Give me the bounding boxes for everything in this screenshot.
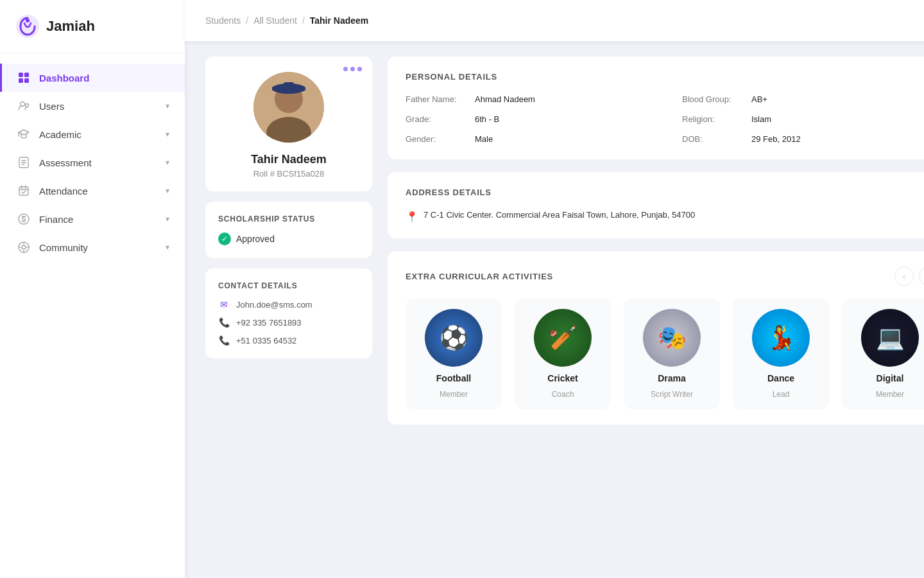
logo-icon <box>15 14 40 39</box>
activities-prev-button[interactable]: ‹ <box>894 267 914 286</box>
map-pin-icon: 📍 <box>406 211 418 223</box>
dob-label: DOB: <box>682 134 746 144</box>
sidebar-item-attendance-label: Attendance <box>39 186 88 197</box>
activity-image: 🎭 <box>643 309 701 367</box>
svg-point-7 <box>26 104 29 107</box>
main-content: Students / All Student / Tahir Nadeem <box>185 0 924 578</box>
breadcrumb-root[interactable]: Students <box>205 15 241 26</box>
activity-card: 🏏 Cricket Coach <box>515 299 611 409</box>
dob-row: DOB: 29 Feb, 2012 <box>682 134 924 144</box>
dob-value: 29 Feb, 2012 <box>751 134 801 144</box>
activity-card: 💻 Digital Member <box>842 299 924 409</box>
profile-roll: Roll # BCSf15a028 <box>253 169 325 179</box>
address-row: 📍 7 C-1 Civic Center. Commercial Area Fa… <box>406 210 924 223</box>
religion-value: Islam <box>751 114 771 124</box>
gender-row: Gender: Male <box>406 134 662 144</box>
svg-rect-9 <box>19 187 28 195</box>
religion-row: Religion: Islam <box>682 114 924 124</box>
profile-name: Tahir Nadeem <box>251 153 327 166</box>
blood-group-label: Blood Group: <box>682 94 746 104</box>
approved-icon: ✓ <box>218 232 231 245</box>
sidebar-item-community-label: Community <box>39 242 88 253</box>
phone2-icon: 📞 <box>218 335 230 346</box>
scholarship-card: SCHOLARSHIP STATUS ✓ Approved <box>205 202 372 258</box>
gender-label: Gender: <box>406 134 470 144</box>
scholarship-status: ✓ Approved <box>218 232 359 245</box>
left-column: Tahir Nadeem Roll # BCSf15a028 SCHOLARSH… <box>205 57 372 563</box>
contact-phone1-item: 📞 +92 335 7651893 <box>218 317 359 328</box>
chevron-down-icon: ▾ <box>166 158 169 167</box>
activities-title: EXTRA CURRICULAR ACTIVITIES <box>406 272 553 281</box>
sidebar-item-academic-label: Academic <box>39 129 81 140</box>
svg-rect-21 <box>284 82 294 89</box>
contact-card: CONTACT DETAILS ✉ John.doe@sms.com 📞 +92… <box>205 268 372 358</box>
address-details-section: ADDRESS DETAILS 📍 7 C-1 Civic Center. Co… <box>388 172 924 238</box>
page-content: Tahir Nadeem Roll # BCSf15a028 SCHOLARSH… <box>185 41 924 578</box>
contact-email-item: ✉ John.doe@sms.com <box>218 299 359 310</box>
dashboard-icon <box>17 71 30 84</box>
sidebar-navigation: Dashboard Users ▾ Academic ▾ <box>0 53 185 578</box>
activity-name: Football <box>436 373 471 383</box>
personal-details-section: PERSONAL DETAILS Father Name: Ahmad Nade… <box>388 57 924 159</box>
grade-label: Grade: <box>406 114 470 124</box>
activity-role: Coach <box>552 390 574 399</box>
blood-group-value: AB+ <box>751 94 767 104</box>
academic-icon <box>17 128 30 141</box>
father-name-value: Ahmad Nadeem <box>475 94 535 104</box>
sidebar: Jamiah Dashboard Users ▾ <box>0 0 185 578</box>
svg-rect-3 <box>24 73 29 77</box>
activity-role: Lead <box>773 390 790 399</box>
breadcrumb-current: Tahir Nadeem <box>310 15 369 26</box>
contact-phone2: +51 0335 64532 <box>236 336 296 346</box>
activity-role: Member <box>440 390 468 399</box>
profile-avatar <box>253 72 324 143</box>
breadcrumb-parent[interactable]: All Student <box>253 15 297 26</box>
chevron-down-icon: ▾ <box>166 243 169 252</box>
address-details-title: ADDRESS DETAILS <box>406 188 924 197</box>
sidebar-item-attendance[interactable]: Attendance ▾ <box>0 177 185 205</box>
activity-image: ⚽ <box>425 309 483 367</box>
personal-details-grid: Father Name: Ahmad Nadeem Blood Group: A… <box>406 94 924 144</box>
profile-card: Tahir Nadeem Roll # BCSf15a028 <box>205 57 372 191</box>
phone-icon: 📞 <box>218 317 230 328</box>
contact-phone2-item: 📞 +51 0335 64532 <box>218 335 359 346</box>
community-icon <box>17 241 30 254</box>
contact-section-title: CONTACT DETAILS <box>218 281 359 290</box>
chevron-down-icon: ▾ <box>166 130 169 139</box>
sidebar-item-assessment[interactable]: Assessment ▾ <box>0 148 185 177</box>
finance-icon <box>17 213 30 225</box>
grade-row: Grade: 6th - B <box>406 114 662 124</box>
sidebar-item-dashboard-label: Dashboard <box>39 73 89 83</box>
blood-group-row: Blood Group: AB+ <box>682 94 924 104</box>
chevron-down-icon: ▾ <box>166 215 169 223</box>
sidebar-item-finance[interactable]: Finance ▾ <box>0 205 185 233</box>
personal-details-title: PERSONAL DETAILS <box>406 72 924 82</box>
breadcrumb-sep2: / <box>302 15 305 26</box>
activity-name: Cricket <box>547 373 578 383</box>
sidebar-item-dashboard[interactable]: Dashboard <box>0 64 185 92</box>
address-text: 7 C-1 Civic Center. Commercial Area Fais… <box>424 210 695 220</box>
more-options-button[interactable] <box>343 67 362 71</box>
svg-rect-2 <box>19 73 23 77</box>
activity-name: Drama <box>658 373 686 383</box>
sidebar-item-assessment-label: Assessment <box>39 157 92 168</box>
contact-phone1: +92 335 7651893 <box>236 318 302 328</box>
activity-image: 💻 <box>861 309 919 367</box>
activity-image: 💃 <box>752 309 810 367</box>
activities-list: ⚽ Football Member 🏏 Cricket Coach 🎭 Dram… <box>406 299 924 409</box>
sidebar-item-academic[interactable]: Academic ▾ <box>0 120 185 148</box>
activity-card: 💃 Dance Lead <box>733 299 829 409</box>
activity-role: Member <box>876 390 904 399</box>
sidebar-item-users[interactable]: Users ▾ <box>0 92 185 120</box>
activity-name: Dance <box>767 373 794 383</box>
father-name-row: Father Name: Ahmad Nadeem <box>406 94 662 104</box>
activity-name: Digital <box>877 373 904 383</box>
sidebar-item-community[interactable]: Community ▾ <box>0 233 185 261</box>
svg-rect-5 <box>24 78 29 83</box>
religion-label: Religion: <box>682 114 746 124</box>
father-name-label: Father Name: <box>406 94 470 104</box>
header: Students / All Student / Tahir Nadeem <box>185 0 924 41</box>
contact-email: John.doe@sms.com <box>236 300 312 310</box>
scholarship-section-title: SCHOLARSHIP STATUS <box>218 215 359 223</box>
activities-next-button[interactable]: › <box>919 267 924 286</box>
